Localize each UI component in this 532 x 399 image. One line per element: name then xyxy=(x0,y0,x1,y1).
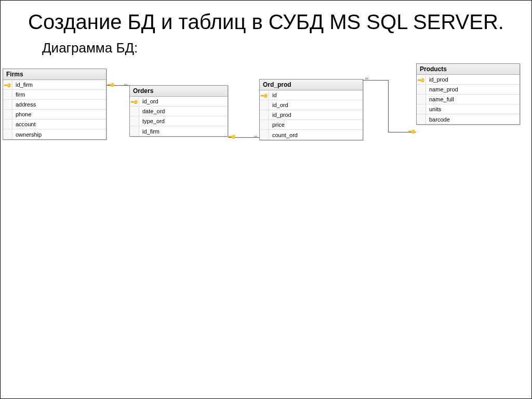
relation-key-icon: 🔑 xyxy=(108,81,114,87)
field-label: count_ord xyxy=(269,132,363,138)
pk-key-icon: 🔑 xyxy=(260,90,269,100)
field-icon xyxy=(3,110,12,119)
field-icon xyxy=(130,107,139,116)
field-label: units xyxy=(426,106,520,112)
field-icon xyxy=(130,126,139,136)
table-header: Firms xyxy=(3,69,106,80)
table-row: 🔑id_ord xyxy=(130,97,228,107)
table-header: Products xyxy=(417,64,520,75)
table-row: id_firm xyxy=(130,126,228,136)
slide-subtitle: Диаграмма БД: xyxy=(42,40,531,56)
table-row: 🔑id_firm xyxy=(3,80,106,90)
table-row: account xyxy=(3,119,106,129)
field-label: id_firm xyxy=(139,128,228,135)
pk-key-icon: 🔑 xyxy=(3,80,12,89)
relation-key-icon: 🔑 xyxy=(409,128,415,134)
field-label: account xyxy=(12,121,106,127)
table-row: id_ord xyxy=(260,100,363,110)
field-label: name_prod xyxy=(426,86,520,92)
field-label: id_ord xyxy=(269,102,363,108)
field-label: id_ord xyxy=(139,98,228,104)
table-products: Products 🔑id_prod name_prod name_full un… xyxy=(416,63,520,125)
table-row: barcode xyxy=(417,114,520,124)
table-row: count_ord xyxy=(260,130,363,140)
table-row: id_prod xyxy=(260,110,363,120)
table-row: address xyxy=(3,100,106,110)
field-label: address xyxy=(12,101,106,108)
table-firms: Firms 🔑id_firm firm address phone accoun… xyxy=(3,69,107,140)
field-label: type_ord xyxy=(139,118,228,124)
field-icon xyxy=(260,120,269,129)
field-icon xyxy=(417,95,426,104)
relation-key-icon: 🔑 xyxy=(229,133,235,139)
field-icon xyxy=(260,130,269,140)
table-row: phone xyxy=(3,110,106,119)
field-label: firm xyxy=(12,91,106,98)
field-icon xyxy=(260,100,269,110)
field-label: id_firm xyxy=(12,82,106,88)
field-label: price xyxy=(269,122,363,128)
table-header: Orders xyxy=(130,86,228,97)
table-row: ownership xyxy=(3,129,106,139)
field-icon xyxy=(3,90,12,99)
table-row: name_full xyxy=(417,95,520,104)
field-icon xyxy=(3,129,12,139)
table-row: price xyxy=(260,120,363,130)
field-icon xyxy=(3,119,12,129)
pk-key-icon: 🔑 xyxy=(417,75,426,84)
relation-many-icon: ∞ xyxy=(364,76,369,81)
table-row: type_ord xyxy=(130,116,228,126)
table-orders: Orders 🔑id_ord date_ord type_ord id_firm xyxy=(129,85,228,137)
field-label: ownership xyxy=(12,131,106,138)
field-icon xyxy=(417,114,426,124)
table-row: name_prod xyxy=(417,85,520,95)
field-label: id_prod xyxy=(269,112,363,118)
field-icon xyxy=(417,85,426,94)
field-label: date_ord xyxy=(139,108,228,114)
field-label: id xyxy=(269,92,363,98)
pk-key-icon: 🔑 xyxy=(130,97,139,106)
relation-line xyxy=(388,80,389,132)
slide-title: Создание БД и таблиц в СУБД MS SQL SERVE… xyxy=(21,10,511,34)
relation-many-icon: ∞ xyxy=(253,134,258,139)
field-icon xyxy=(3,100,12,109)
table-row: firm xyxy=(3,90,106,100)
field-icon xyxy=(130,116,139,126)
field-label: name_full xyxy=(426,96,520,102)
field-icon xyxy=(417,104,426,114)
relation-many-icon: ∞ xyxy=(123,82,128,87)
table-row: units xyxy=(417,104,520,114)
table-row: 🔑id xyxy=(260,90,363,100)
table-row: date_ord xyxy=(130,107,228,116)
table-ord-prod: Ord_prod 🔑id id_ord id_prod price count_… xyxy=(259,79,363,140)
field-label: id_prod xyxy=(426,76,520,83)
table-header: Ord_prod xyxy=(260,79,363,90)
field-label: barcode xyxy=(426,116,520,123)
field-label: phone xyxy=(12,111,106,117)
field-icon xyxy=(260,110,269,119)
table-row: 🔑id_prod xyxy=(417,75,520,85)
diagram-canvas: Firms 🔑id_firm firm address phone accoun… xyxy=(1,63,532,193)
